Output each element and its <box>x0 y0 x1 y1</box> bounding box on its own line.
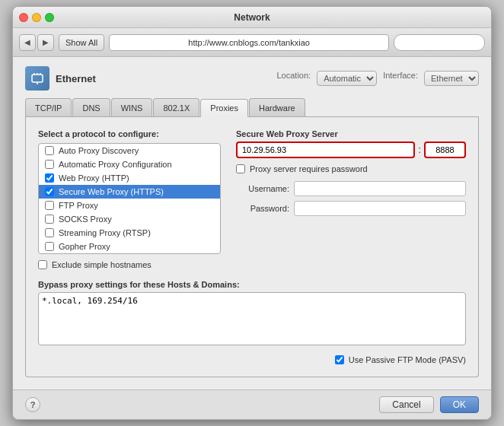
protocol-item-auto-proxy-disc[interactable]: Auto Proxy Discovery <box>39 144 220 157</box>
auto-proxy-conf-label: Automatic Proxy Configuration <box>59 160 172 169</box>
location-select[interactable]: Automatic <box>317 71 377 86</box>
location-selects: Location: Automatic Interface: Ethernet <box>276 71 479 86</box>
search-input[interactable] <box>394 34 485 51</box>
passive-ftp-label: Use Passive FTP Mode (PASV) <box>349 355 466 364</box>
tab-proxies[interactable]: Proxies <box>200 99 248 117</box>
server-section-title: Secure Web Proxy Server <box>236 129 466 138</box>
auto-proxy-disc-checkbox[interactable] <box>45 146 54 155</box>
back-button[interactable]: ◀ <box>19 34 36 51</box>
server-port-input[interactable] <box>424 141 466 158</box>
tabs-row: TCP/IP DNS WINS 802.1X Proxies Hardware <box>25 98 479 117</box>
main-panel: Select a protocol to configure: Auto Pro… <box>25 117 479 377</box>
protocol-item-auto-proxy-conf[interactable]: Automatic Proxy Configuration <box>39 157 220 171</box>
window-title: Network <box>234 12 270 23</box>
cancel-button[interactable]: Cancel <box>379 396 433 413</box>
auto-proxy-disc-label: Auto Proxy Discovery <box>59 146 139 155</box>
protocol-item-secure-web-proxy[interactable]: Secure Web Proxy (HTTPS) <box>39 185 220 199</box>
socks-proxy-label: SOCKS Proxy <box>59 215 112 224</box>
password-input[interactable] <box>294 201 466 216</box>
traffic-lights <box>19 13 54 22</box>
username-label: Username: <box>236 184 289 193</box>
ok-button[interactable]: OK <box>440 396 479 413</box>
server-row: : <box>236 141 466 158</box>
forward-button[interactable]: ▶ <box>37 34 54 51</box>
password-row: Password: <box>236 201 466 216</box>
titlebar: Network <box>13 7 491 28</box>
passive-ftp-checkbox[interactable] <box>335 355 344 364</box>
passive-ftp-row: Use Passive FTP Mode (PASV) <box>335 355 466 364</box>
ftp-proxy-label: FTP Proxy <box>59 201 98 210</box>
username-input[interactable] <box>294 181 466 196</box>
nav-buttons: ◀ ▶ <box>19 34 54 51</box>
secure-web-proxy-label: Secure Web Proxy (HTTPS) <box>59 187 164 196</box>
protocol-item-socks-proxy[interactable]: SOCKS Proxy <box>39 212 220 226</box>
action-buttons: Cancel OK <box>379 396 479 413</box>
close-button[interactable] <box>19 13 28 22</box>
protocol-section-label: Select a protocol to configure: <box>38 129 221 138</box>
bypass-label: Bypass proxy settings for these Hosts & … <box>38 280 466 289</box>
minimize-button[interactable] <box>32 13 41 22</box>
ethernet-icon <box>25 66 49 91</box>
exclude-row: Exclude simple hostnames <box>38 260 221 269</box>
svg-rect-0 <box>32 75 43 82</box>
auto-proxy-conf-checkbox[interactable] <box>45 160 54 169</box>
device-label: Ethernet <box>56 73 96 84</box>
streaming-proxy-checkbox[interactable] <box>45 228 54 237</box>
gopher-proxy-label: Gopher Proxy <box>59 242 110 251</box>
bypass-section: Bypass proxy settings for these Hosts & … <box>38 280 466 348</box>
requires-password-checkbox[interactable] <box>236 164 245 173</box>
ftp-proxy-checkbox[interactable] <box>45 201 54 210</box>
web-proxy-checkbox[interactable] <box>45 173 54 183</box>
interface-select[interactable]: Ethernet <box>424 71 479 86</box>
right-panel: Secure Web Proxy Server : Proxy server r… <box>236 129 466 269</box>
network-window: Network ◀ ▶ Show All Ethernet <box>12 6 492 420</box>
port-separator: : <box>418 141 421 158</box>
requires-password-row: Proxy server requires password <box>236 164 466 173</box>
bypass-textarea[interactable]: *.local, 169.254/16 <box>38 292 466 345</box>
exclude-label: Exclude simple hostnames <box>52 260 152 269</box>
location-text: Location: <box>276 71 311 86</box>
protocol-item-gopher-proxy[interactable]: Gopher Proxy <box>39 240 220 253</box>
secure-web-proxy-checkbox[interactable] <box>45 187 54 196</box>
url-bar[interactable] <box>109 34 389 51</box>
passive-ftp-row-container: Use Passive FTP Mode (PASV) <box>38 355 466 364</box>
footer: ? Cancel OK <box>13 389 491 419</box>
exclude-checkbox[interactable] <box>38 260 47 269</box>
panel-row: Select a protocol to configure: Auto Pro… <box>38 129 466 269</box>
location-row: Ethernet Location: Automatic Interface: … <box>25 66 479 91</box>
requires-password-label: Proxy server requires password <box>250 164 368 173</box>
left-panel: Select a protocol to configure: Auto Pro… <box>38 129 221 269</box>
tab-wins[interactable]: WINS <box>111 98 153 116</box>
protocol-item-web-proxy[interactable]: Web Proxy (HTTP) <box>39 171 220 185</box>
content-area: Ethernet Location: Automatic Interface: … <box>13 57 491 389</box>
help-button[interactable]: ? <box>25 397 40 412</box>
protocol-item-ftp-proxy[interactable]: FTP Proxy <box>39 199 220 212</box>
tab-dns[interactable]: DNS <box>72 98 110 116</box>
streaming-proxy-label: Streaming Proxy (RTSP) <box>59 228 151 237</box>
tab-tcpip[interactable]: TCP/IP <box>25 98 72 116</box>
protocol-item-streaming-proxy[interactable]: Streaming Proxy (RTSP) <box>39 226 220 240</box>
username-row: Username: <box>236 181 466 196</box>
gopher-proxy-checkbox[interactable] <box>45 242 54 251</box>
maximize-button[interactable] <box>45 13 54 22</box>
password-label: Password: <box>236 204 289 213</box>
tab-hardware[interactable]: Hardware <box>249 98 305 116</box>
protocol-list: Auto Proxy Discovery Automatic Proxy Con… <box>38 143 221 254</box>
interface-text: Interface: <box>383 71 418 86</box>
server-ip-input[interactable] <box>236 141 415 158</box>
toolbar: ◀ ▶ Show All <box>13 28 491 57</box>
web-proxy-label: Web Proxy (HTTP) <box>59 173 129 183</box>
socks-proxy-checkbox[interactable] <box>45 215 54 224</box>
show-all-button[interactable]: Show All <box>59 34 104 51</box>
tab-8021x[interactable]: 802.1X <box>153 98 199 116</box>
